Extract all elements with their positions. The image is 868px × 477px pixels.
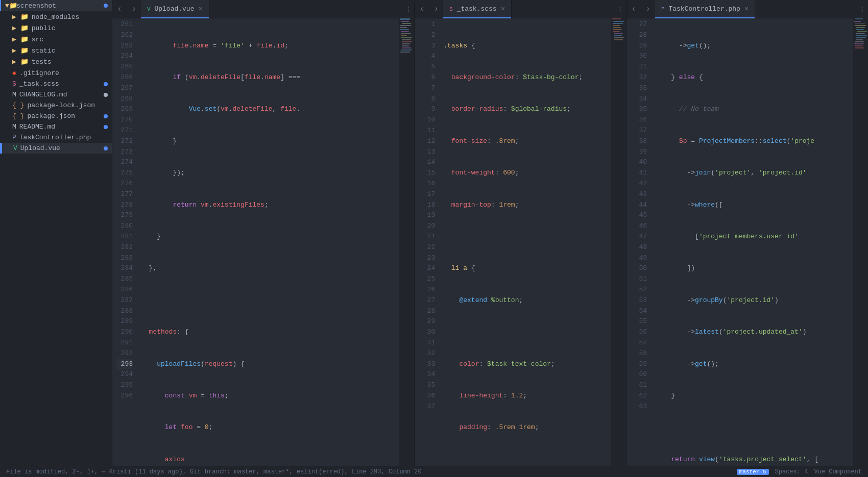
code-lines-2: .tasks { background-color: $task-bg-colo… <box>439 18 611 466</box>
folder-icon: ▶ 📁 <box>12 24 29 32</box>
tab-more-btn-3[interactable]: ⋮ <box>856 0 868 18</box>
svg-rect-9 <box>401 37 412 38</box>
svg-rect-41 <box>855 45 863 46</box>
svg-rect-13 <box>402 45 409 46</box>
svg-rect-27 <box>614 39 623 40</box>
branch-label: master <box>739 469 760 475</box>
tab-label: _task.scss <box>457 5 497 13</box>
tab-close-btn-2[interactable]: × <box>501 6 505 13</box>
tab-label: TaskController.php <box>668 5 740 13</box>
svg-rect-39 <box>855 41 864 42</box>
branch-badge[interactable]: master 5 <box>737 469 769 475</box>
tab-more-btn-2[interactable]: ⋮ <box>614 0 626 18</box>
svg-rect-8 <box>401 35 407 36</box>
nav-forward-btn-2[interactable]: › <box>429 0 443 18</box>
sidebar-item-upload-vue[interactable]: V Upload.vue <box>0 143 112 154</box>
svg-rect-24 <box>614 33 623 34</box>
svg-rect-19 <box>613 23 623 24</box>
svg-rect-31 <box>855 25 866 26</box>
branch-count: 5 <box>763 469 766 475</box>
svg-rect-25 <box>614 35 622 36</box>
svg-rect-42 <box>855 47 864 48</box>
tab-more-btn-1[interactable]: ⋮ <box>402 0 414 18</box>
sidebar-item-task-scss[interactable]: S _task.scss <box>0 79 112 89</box>
vue-file-icon: V <box>147 6 151 12</box>
svg-rect-38 <box>856 39 863 40</box>
sidebar-item-node-modules[interactable]: ▶ 📁 node_modules <box>0 11 112 22</box>
vue-icon: V <box>13 144 17 152</box>
svg-rect-21 <box>613 27 621 28</box>
nav-back-btn-3[interactable]: ‹ <box>626 0 641 18</box>
status-bar: File is modified, 2-, 1+, ↔ Kristi (11 d… <box>0 466 868 477</box>
folder-icon: ▶ 📁 <box>12 46 29 55</box>
tab-close-btn[interactable]: × <box>198 6 202 13</box>
minimap-2 <box>611 18 626 466</box>
sidebar-item-static[interactable]: ▶ 📁 static <box>0 45 112 56</box>
sidebar-item-tests[interactable]: ▶ 📁 tests <box>0 56 112 67</box>
git-icon: ◆ <box>12 69 16 77</box>
sidebar-dot-blue <box>104 114 108 118</box>
status-bar-left: File is modified, 2-, 1+, ↔ Kristi (11 d… <box>6 468 737 475</box>
sidebar-dot-blue <box>104 146 108 150</box>
nav-back-btn-1[interactable]: ‹ <box>112 0 127 18</box>
tab-task-scss[interactable]: S _task.scss × <box>443 0 512 18</box>
tab-close-btn-3[interactable]: × <box>744 6 749 13</box>
sidebar-item-screenshot[interactable]: ▼📁 screenshot <box>0 0 112 11</box>
sidebar-item-gitignore[interactable]: ◆ .gitignore <box>0 67 112 79</box>
code-editor-2[interactable]: 1 2 3 4 5 6 7 8 9 10 11 12 13 <box>415 18 626 466</box>
tab-bar-1: ‹ › V Upload.vue × ⋮ <box>112 0 414 18</box>
filetype-indicator[interactable]: Vue Component <box>814 468 862 475</box>
svg-rect-28 <box>855 18 863 19</box>
sidebar-label: tests <box>32 58 108 66</box>
nav-back-btn-2[interactable]: ‹ <box>415 0 429 18</box>
svg-rect-33 <box>856 29 864 30</box>
sidebar-label: node_modules <box>32 13 108 21</box>
php-icon: P <box>12 134 16 141</box>
svg-rect-5 <box>400 29 409 30</box>
svg-rect-30 <box>855 23 865 24</box>
sidebar-item-changelog[interactable]: M CHANGELOG.md <box>0 89 112 100</box>
sidebar-item-package-lock[interactable]: { } package-lock.json <box>0 100 112 111</box>
svg-rect-26 <box>614 37 624 38</box>
tab-upload-vue[interactable]: V Upload.vue × <box>141 0 209 18</box>
tab-bar-2: ‹ › S _task.scss × ⋮ <box>415 0 626 18</box>
nav-forward-btn-1[interactable]: › <box>127 0 141 18</box>
svg-rect-12 <box>402 43 410 44</box>
sidebar-item-package-json[interactable]: { } package.json <box>0 111 112 121</box>
folder-open-icon: ▼📁 <box>5 2 13 10</box>
spaces-indicator[interactable]: Spaces: 4 <box>775 468 808 475</box>
svg-rect-37 <box>856 37 866 38</box>
sidebar: ▼📁 screenshot ▶ 📁 node_modules ▶ 📁 publi… <box>0 0 112 466</box>
svg-rect-32 <box>856 27 865 28</box>
svg-rect-1 <box>401 21 409 22</box>
tab-bar-3: ‹ › P TaskController.php × ⋮ <box>626 0 868 18</box>
svg-rect-2 <box>402 23 411 24</box>
line-numbers-2: 1 2 3 4 5 6 7 8 9 10 11 12 13 <box>415 18 439 466</box>
sidebar-label: package-lock.json <box>27 102 108 109</box>
sidebar-item-label: screenshot <box>16 2 102 10</box>
status-text: File is modified, 2-, 1+, ↔ Kristi (11 d… <box>6 468 422 475</box>
svg-rect-0 <box>400 18 410 20</box>
nav-forward-btn-3[interactable]: › <box>641 0 655 18</box>
sidebar-item-public[interactable]: ▶ 📁 public <box>0 22 112 34</box>
sidebar-item-taskcontroller[interactable]: P TaskController.php <box>0 132 112 143</box>
svg-rect-10 <box>402 39 411 40</box>
sidebar-label: static <box>32 47 108 55</box>
sidebar-item-readme[interactable]: M README.md <box>0 121 112 132</box>
sidebar-label: CHANGELOG.md <box>19 91 102 98</box>
svg-rect-11 <box>402 41 412 42</box>
tab-taskcontroller-php[interactable]: P TaskController.php × <box>655 0 755 18</box>
main-area: ▼📁 screenshot ▶ 📁 node_modules ▶ 📁 publi… <box>0 0 868 466</box>
code-lines-1: file.name = 'file' + file.id; if (vm.del… <box>137 18 399 466</box>
app-container: ▼📁 screenshot ▶ 📁 node_modules ▶ 📁 publi… <box>0 0 868 477</box>
md-icon: M <box>12 91 16 98</box>
code-editor-3[interactable]: 27 28 29 30 31 32 33 34 35 36 37 38 <box>626 18 868 466</box>
code-editor-1[interactable]: 261 262 263 264 265 266 267 268 269 270 … <box>112 18 414 466</box>
sidebar-label: .gitignore <box>19 69 108 77</box>
minimap-1 <box>399 18 414 466</box>
minimap-svg-3 <box>853 18 868 426</box>
status-bar-right: master 5 Spaces: 4 Vue Component <box>737 468 862 475</box>
sidebar-item-src[interactable]: ▶ 📁 src <box>0 34 112 45</box>
line-numbers-1: 261 262 263 264 265 266 267 268 269 270 … <box>112 18 137 466</box>
sidebar-label: package.json <box>27 112 102 120</box>
